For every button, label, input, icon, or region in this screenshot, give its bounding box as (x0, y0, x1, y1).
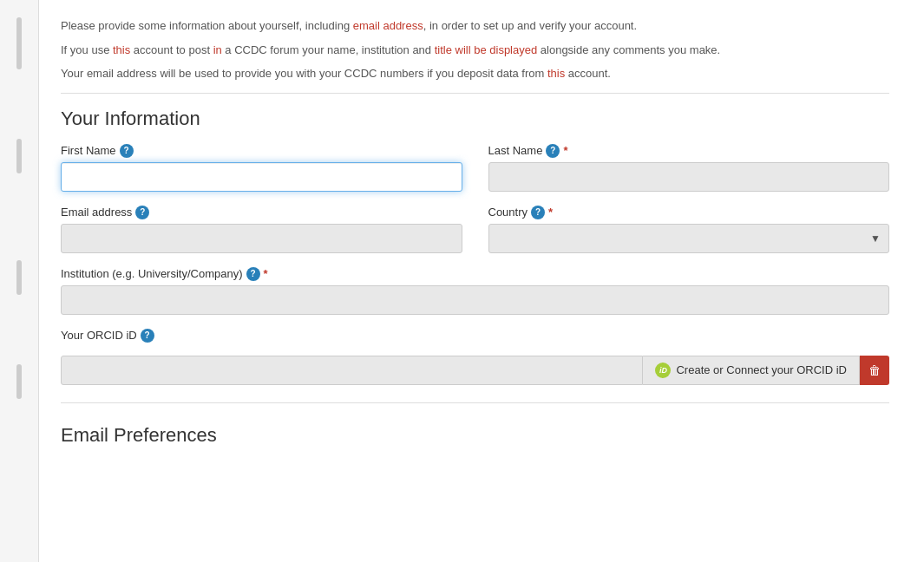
institution-help-icon[interactable]: ? (246, 267, 260, 281)
orcid-row-wrapper: Your ORCID iD ? iD Create or Connect you… (61, 329, 889, 385)
email-label: Email address ? (61, 206, 462, 219)
email-help-icon[interactable]: ? (135, 206, 149, 219)
country-select-wrapper: ▼ (488, 224, 890, 253)
orcid-input-row: iD Create or Connect your ORCID iD 🗑 (61, 356, 889, 385)
sidebar-bar-3 (16, 260, 22, 295)
sidebar-bar-2 (16, 139, 22, 173)
first-name-input[interactable] (61, 162, 462, 192)
last-name-required: * (563, 144, 567, 157)
country-required: * (548, 206, 553, 219)
email-preferences-title: Email Preferences (61, 424, 889, 447)
last-name-help-icon[interactable]: ? (546, 144, 560, 158)
institution-required: * (264, 267, 268, 280)
sidebar-bar-4 (16, 364, 22, 399)
country-label: Country ? * (488, 206, 890, 219)
sidebar-bar-1 (16, 17, 22, 69)
institution-label: Institution (e.g. University/Company) ? … (61, 267, 889, 281)
country-help-icon[interactable]: ? (531, 206, 545, 219)
institution-input[interactable] (61, 285, 889, 315)
first-name-label: First Name ? (61, 144, 462, 158)
orcid-input[interactable] (61, 356, 643, 385)
institution-group: Institution (e.g. University/Company) ? … (61, 267, 889, 315)
first-name-help-icon[interactable]: ? (120, 144, 134, 158)
info-text-2: If you use this account to post in a CCD… (61, 42, 889, 59)
last-name-group: Last Name ? * (488, 144, 890, 192)
orcid-delete-button[interactable]: 🗑 (860, 356, 889, 385)
orcid-connect-button[interactable]: iD Create or Connect your ORCID iD (643, 356, 860, 385)
email-country-row: Email address ? Country ? * ▼ (61, 206, 889, 253)
section-divider (61, 93, 889, 94)
institution-row: Institution (e.g. University/Company) ? … (61, 267, 889, 315)
name-row: First Name ? Last Name ? * (61, 144, 889, 192)
sidebar-left (0, 0, 39, 562)
orcid-help-icon[interactable]: ? (141, 329, 154, 343)
orcid-logo-icon: iD (655, 363, 671, 378)
country-select[interactable] (488, 224, 890, 253)
orcid-label: Your ORCID iD ? (61, 329, 889, 343)
country-group: Country ? * ▼ (488, 206, 890, 253)
email-input[interactable] (61, 224, 462, 253)
your-information-title: Your Information (61, 108, 889, 130)
last-name-input[interactable] (488, 162, 890, 192)
info-text-1: Please provide some information about yo… (61, 17, 889, 35)
info-text-3: Your email address will be used to provi… (61, 65, 889, 82)
first-name-group: First Name ? (61, 144, 462, 192)
email-group: Email address ? (61, 206, 462, 253)
last-name-label: Last Name ? * (488, 144, 890, 158)
email-pref-divider (61, 402, 889, 403)
trash-icon: 🗑 (868, 363, 881, 377)
